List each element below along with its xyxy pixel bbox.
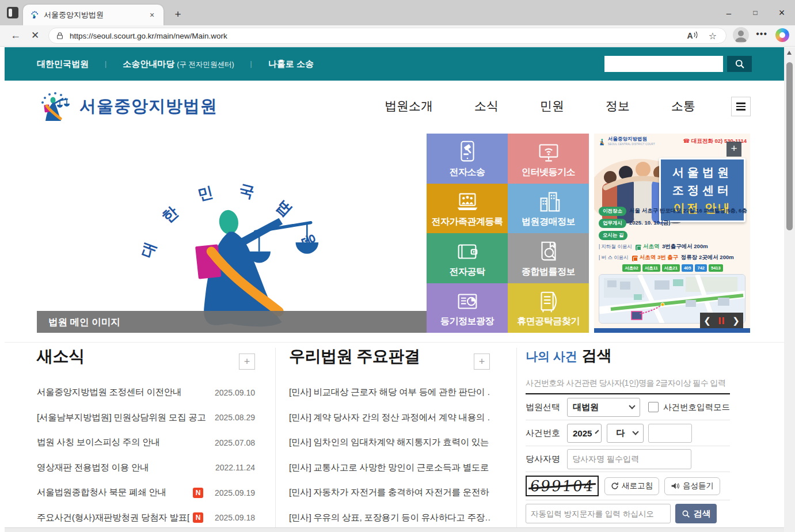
site-search-input[interactable] [604,56,723,72]
poster-logo: 서울중앙지방법원SEOUL CENTRAL DISTRICT COURT [599,136,655,147]
news-item[interactable]: 서울중앙지방법원 조정센터 이전안내 2025.09.10 [37,380,255,405]
carousel-pause-button[interactable] [714,313,729,328]
browser-menu-icon[interactable]: ••• [756,29,767,39]
quicklink-tile[interactable]: 전자소송 [427,134,508,184]
quicklink-tile[interactable]: 종합법률정보 [508,233,589,283]
profile-avatar[interactable] [733,27,749,43]
carousel-prev-button[interactable]: ❮ [700,313,714,328]
main-navigation: 법원소개소식민원정보소통 [385,98,695,114]
party-name-input[interactable] [567,449,691,469]
news-item[interactable]: 법원 사칭 보이스피싱 주의 안내 2025.07.08 [37,430,255,455]
page-scrollbar[interactable] [784,47,795,532]
separator: | [105,60,106,68]
caseno-mode-checkbox[interactable] [648,402,659,412]
news-item[interactable]: 서울법원종합청사 북문 폐쇄 안내 N 2025.09.19 [37,480,255,506]
news-more-button[interactable]: + [239,354,255,370]
copilot-icon[interactable] [775,28,789,42]
bus-route-pill: 742 [695,264,707,272]
lock-icon [56,31,66,40]
quicklink-tile[interactable]: 인터넷등기소 [508,134,589,184]
column-divider [275,348,276,527]
site-header: 서울중앙지방법원 법원소개소식민원정보소통 [5,81,784,134]
rulings-list: [민사] 비교대상 근로자 해당 여부 등에 관한 판단이 … [민사] 계약 … [289,380,490,530]
close-window-button[interactable]: × [769,0,795,25]
back-button[interactable]: ← [10,29,21,41]
scrollbar-up-arrow[interactable] [787,51,792,55]
banner-carousel-controls: ❮ ❯ [700,313,743,328]
badge-start: 업무개시 [599,219,626,228]
quicklink-tile[interactable]: 전자공탁 [427,233,508,283]
url-bar[interactable]: https://seoul.scourt.go.kr/main/new/Main… [48,28,726,44]
poster-footer-strip [594,328,750,333]
banner-expand-button[interactable]: + [726,142,741,157]
scrollbar-thumb[interactable] [786,62,793,230]
ruling-item[interactable]: [민사] 우유의 상표, 포장용기 등이 유사하다고 주장… [289,506,490,531]
browser-window: 서울중앙지방법원 × + – □ × ← ✕ https://seoul.sco… [0,0,795,532]
link-self-litigation[interactable]: 나홀로 소송 [268,59,314,70]
caseno-mode-label: 사건번호입력모드 [663,402,730,413]
court-emblem-icon [599,138,606,146]
wallet-icon [454,238,481,265]
site-logo[interactable]: 서울중앙지방법원 [37,90,218,123]
ruling-item[interactable]: [민사] 교통사고로 사망한 망인이 근로소득과 별도로 … [289,455,490,481]
ruling-item[interactable]: [민사] 자동차가 자전거를 충격하여 자전거를 운전하… [289,480,490,506]
rulings-more-button[interactable]: + [474,354,490,370]
separator: | [250,60,252,68]
link-korea-courts[interactable]: 대한민국법원 [37,59,89,70]
ruling-item[interactable]: [민사] 비교대상 근로자 해당 여부 등에 관한 판단이 … [289,380,490,405]
captcha-listen-button[interactable]: 음성듣기 [664,477,720,495]
link-litigation-guide[interactable]: 소송안내마당 (구 전자민원센터) [123,59,234,70]
ruling-item[interactable]: [민사] 임차인의 임대차계약 해지통지가 효력이 있는… [289,430,490,455]
court-select[interactable]: 대법원 [567,398,640,417]
justice-illustration: 대 한 민 국 법 원 [115,140,345,330]
stop-button[interactable]: ✕ [31,29,39,41]
nav-item[interactable]: 법원소개 [385,98,433,114]
quicklink-tile[interactable]: 등기정보광장 [427,283,508,333]
promo-banner[interactable]: 서울중앙지방법원SEOUL CENTRAL DISTRICT COURT ☎ 대… [594,134,750,333]
quicklink-tile[interactable]: 휴면공탁금찾기 [508,283,589,333]
news-list: 서울중앙지방법원 조정센터 이전안내 2025.09.10 [서울남부지방법원]… [37,380,255,530]
news-item[interactable]: 주요사건(형사)재판방청권 당첨자 발표[20… N 2025.09.18 [37,506,255,531]
tab-strip: 서울중앙지방법원 × + – □ × [0,0,795,25]
year-select[interactable]: 2025 [567,424,602,443]
read-aloud-icon[interactable]: A [687,31,698,40]
workspaces-icon[interactable] [7,7,18,18]
refresh-icon [611,482,619,490]
case-number-input[interactable] [648,424,692,443]
carousel-next-button[interactable]: ❯ [729,313,743,328]
quicklink-tile[interactable]: 법원경매정보 [508,184,589,234]
captcha-input[interactable] [526,504,671,523]
browser-tab[interactable]: 서울중앙지방법원 × [23,5,163,25]
favorite-star-icon[interactable]: ☆ [709,31,717,41]
nav-item[interactable]: 소식 [474,98,499,114]
news-item[interactable]: [서울남부지방법원] 민원상담위원 모집 공고 2025.08.29 [37,405,255,431]
case-search-button[interactable]: 검색 [675,504,717,523]
bus-route-pills: 서초02서초11서초214057425413 [599,264,747,272]
captcha-input-row: 검색 [526,500,730,527]
case-number-row: 사건번호 2025 다 [526,420,730,446]
site-search-button[interactable] [727,56,752,72]
captcha-refresh-button[interactable]: 새로고침 [604,477,659,495]
chevron-down-icon [595,430,599,434]
rulings-title: 우리법원 주요판결 [289,345,490,367]
nav-item[interactable]: 소통 [671,98,695,114]
hamburger-menu-icon[interactable] [731,97,751,116]
board-chart-icon [454,288,481,315]
chevron-down-icon [629,402,635,409]
new-badge: N [193,488,203,498]
party-name-label: 당사자명 [526,454,567,465]
tab-close-icon[interactable]: × [146,10,158,20]
case-search-section: 나의 사건 검색 사건번호와 사건관련 당사자(1인)명을 2글자이상 필수 입… [526,345,730,527]
nav-item[interactable]: 정보 [606,98,630,114]
new-tab-button[interactable]: + [170,7,185,22]
maximize-button[interactable]: □ [742,0,769,25]
nav-item[interactable]: 민원 [540,98,564,114]
news-section: 새소식 + 서울중앙지방법원 조정센터 이전안내 2025.09.10 [서울남… [37,345,255,367]
minimize-button[interactable]: – [716,0,742,25]
party-name-row: 당사자명 [526,446,730,472]
news-item[interactable]: 영상재판 전용법정 이용 안내 2022.11.24 [37,455,255,481]
quicklink-tile[interactable]: 전자가족관계등록 [427,184,508,234]
ruling-item[interactable]: [민사] 계약 당사자 간의 정산 과정에서 계약 내용의 … [289,405,490,431]
case-type-select[interactable]: 다 [607,424,644,443]
footer-strip [5,527,784,532]
